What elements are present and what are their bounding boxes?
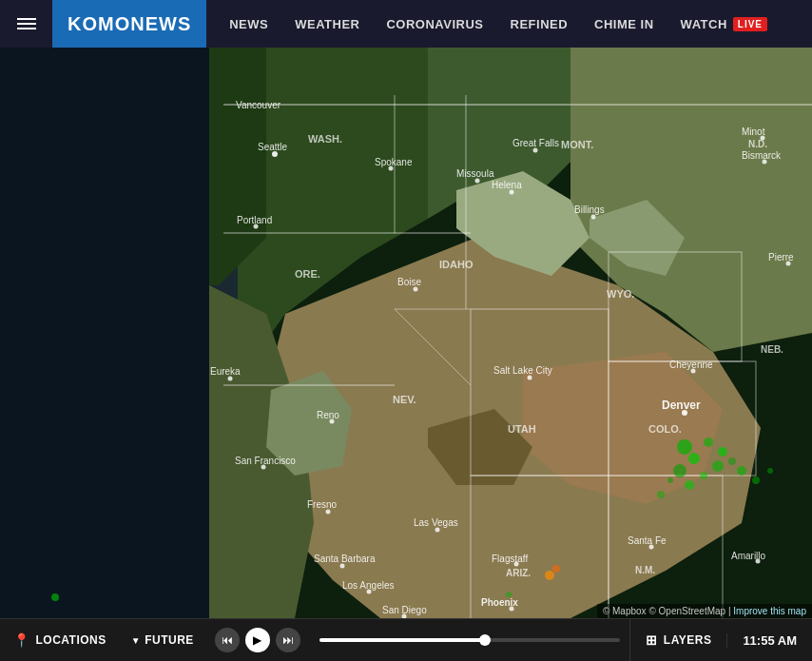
layers-icon: ⊞: [646, 632, 658, 648]
svg-text:Cheyenne: Cheyenne: [669, 360, 713, 370]
play-button[interactable]: ▶: [245, 628, 270, 652]
svg-text:IDAHO: IDAHO: [439, 259, 474, 270]
svg-text:Billings: Billings: [574, 204, 605, 215]
menu-button[interactable]: [0, 0, 52, 48]
playback-controls: ⏮ ▶ ⏭: [205, 628, 310, 652]
svg-text:Spokane: Spokane: [375, 157, 413, 167]
timeline-fill: [319, 638, 485, 642]
timeline-scrubber[interactable]: [319, 638, 620, 642]
svg-point-44: [51, 593, 59, 601]
svg-text:Santa Barbara: Santa Barbara: [314, 554, 376, 564]
svg-text:Eureka: Eureka: [210, 366, 241, 377]
pin-icon: 📍: [13, 632, 30, 648]
svg-text:Seattle: Seattle: [258, 142, 288, 152]
header: KOMONEWS NEWS WEATHER CORONAVIRUS REFINE…: [0, 0, 812, 48]
svg-text:ARIZ.: ARIZ.: [506, 568, 531, 578]
svg-point-57: [528, 376, 532, 380]
map-svg: Vancouver Seattle Spokane Portland Misso…: [0, 48, 812, 661]
timeline-thumb[interactable]: [479, 634, 491, 646]
svg-point-36: [685, 480, 694, 490]
chevron-down-icon: ▼: [131, 635, 141, 646]
nav-item-weather[interactable]: WEATHER: [281, 0, 373, 48]
svg-point-35: [737, 466, 746, 476]
svg-text:Pierre: Pierre: [768, 252, 794, 262]
nav-item-coronavirus[interactable]: CORONAVIRUS: [373, 0, 496, 48]
svg-point-33: [700, 472, 707, 479]
svg-text:Missoula: Missoula: [456, 168, 494, 179]
svg-text:San Diego: San Diego: [382, 605, 427, 615]
locations-button[interactable]: 📍 LOCATIONS: [0, 619, 120, 662]
svg-text:N.D.: N.D.: [748, 139, 767, 149]
live-badge: LIVE: [733, 17, 767, 31]
svg-text:Fresno: Fresno: [307, 499, 338, 510]
svg-text:ORE.: ORE.: [295, 268, 320, 280]
svg-text:Amarillo: Amarillo: [731, 551, 766, 561]
svg-text:Salt Lake City: Salt Lake City: [493, 365, 552, 376]
svg-point-42: [552, 565, 560, 573]
future-button[interactable]: ▼ FUTURE: [120, 619, 205, 662]
layers-button[interactable]: ⊞ LAYERS: [629, 619, 726, 662]
svg-text:Bismarck: Bismarck: [742, 150, 782, 161]
future-label: FUTURE: [145, 633, 194, 647]
svg-point-50: [510, 190, 514, 195]
svg-point-28: [688, 453, 700, 464]
svg-point-32: [712, 460, 724, 472]
nav-item-chime-in[interactable]: CHIME IN: [581, 0, 667, 48]
svg-text:Phoenix: Phoenix: [481, 597, 518, 608]
svg-text:N.M.: N.M.: [635, 565, 655, 575]
svg-point-48: [475, 179, 480, 184]
svg-rect-1: [0, 48, 209, 661]
svg-text:COLO.: COLO.: [648, 423, 682, 435]
map-attribution: © Mapbox © OpenStreetMap | Improve this …: [597, 604, 812, 618]
svg-text:NEV.: NEV.: [393, 394, 416, 405]
svg-text:Great Falls: Great Falls: [512, 138, 559, 148]
svg-point-56: [326, 510, 331, 515]
svg-text:Portland: Portland: [237, 215, 272, 225]
svg-point-37: [657, 491, 665, 498]
svg-text:WASH.: WASH.: [308, 133, 342, 145]
svg-text:Santa Fe: Santa Fe: [628, 535, 667, 546]
nav-item-news[interactable]: NEWS: [216, 0, 281, 48]
svg-point-38: [667, 477, 673, 483]
locations-label: LOCATIONS: [36, 633, 106, 647]
svg-point-30: [673, 464, 686, 477]
svg-point-40: [767, 468, 773, 474]
skip-back-button[interactable]: ⏮: [215, 628, 240, 652]
svg-text:Boise: Boise: [397, 277, 421, 287]
svg-text:UTAH: UTAH: [508, 423, 536, 435]
svg-text:Los Angeles: Los Angeles: [342, 580, 395, 591]
svg-point-51: [591, 215, 596, 220]
map-area[interactable]: Vancouver Seattle Spokane Portland Misso…: [0, 48, 812, 661]
time-display: 11:55 AM: [726, 633, 812, 648]
watch-label: WATCH: [681, 17, 727, 31]
svg-point-58: [435, 528, 440, 533]
improve-map-link[interactable]: Improve this map: [733, 606, 806, 616]
svg-point-34: [728, 457, 736, 465]
layers-label: LAYERS: [664, 633, 712, 647]
svg-text:Vancouver: Vancouver: [236, 100, 281, 110]
svg-text:MONT.: MONT.: [561, 139, 593, 150]
nav-item-watch[interactable]: WATCH LIVE: [667, 0, 781, 48]
skip-forward-button[interactable]: ⏭: [276, 628, 300, 652]
svg-point-31: [718, 447, 727, 457]
nav-item-refined[interactable]: REFINED: [497, 0, 582, 48]
time-value: 11:55 AM: [743, 633, 797, 648]
svg-point-39: [752, 476, 760, 484]
svg-text:WYO.: WYO.: [607, 288, 634, 300]
svg-point-59: [340, 564, 345, 569]
svg-text:Helena: Helena: [492, 180, 522, 190]
svg-text:Flagstaff: Flagstaff: [492, 554, 528, 564]
svg-text:Reno: Reno: [317, 410, 339, 420]
svg-text:Denver: Denver: [662, 399, 701, 412]
logo: KOMONEWS: [68, 13, 191, 35]
svg-point-29: [704, 437, 713, 447]
svg-point-41: [545, 571, 554, 580]
logo-area[interactable]: KOMONEWS: [52, 0, 206, 48]
svg-text:San Francisco: San Francisco: [235, 456, 296, 466]
svg-point-27: [677, 439, 692, 455]
svg-point-49: [533, 148, 538, 153]
nav: NEWS WEATHER CORONAVIRUS REFINED CHIME I…: [206, 0, 812, 48]
svg-text:Minot: Minot: [742, 126, 765, 137]
svg-text:NEB.: NEB.: [761, 344, 783, 355]
svg-point-53: [228, 377, 233, 381]
